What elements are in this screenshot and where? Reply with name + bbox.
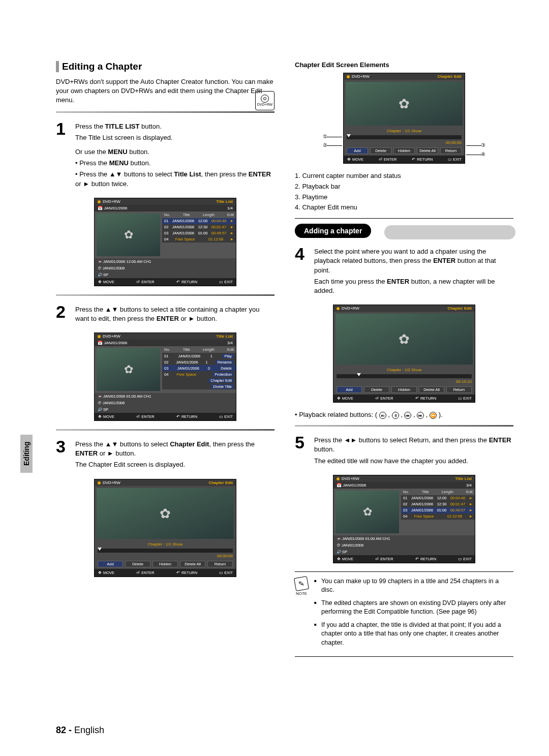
pause-icon: ⏸ — [392, 412, 399, 419]
divider — [56, 111, 274, 113]
disc-icon-label: DVD+RW — [257, 103, 272, 106]
left-column: Editing a Chapter DVD+RWs don't support … — [56, 61, 274, 662]
page-footer: 82 - English — [56, 725, 104, 736]
fast-forward-icon: ⏩ — [430, 412, 437, 419]
note-icon: ✎ — [294, 576, 309, 591]
step-2: 2 Press the ▲▼ buttons to select a title… — [56, 303, 274, 325]
chapter-edit-callout-figure: ① ② ③ ④ DVD+RWChapter Edit Chapter : 1/1… — [323, 73, 485, 164]
playback-buttons-text: • Playback related buttons: ( ⏯ , ⏸ , ⏮ … — [295, 411, 513, 419]
note-item: If you add a chapter, the title is divid… — [314, 621, 513, 648]
step-3: 3 Press the ▲▼ buttons to select Chapter… — [56, 438, 274, 472]
step-number: 2 — [56, 303, 70, 325]
step-number: 4 — [295, 245, 309, 297]
note-item: You can make up to 99 chapters in a titl… — [314, 577, 513, 595]
step-number: 3 — [56, 438, 70, 472]
screenshot-chapter-edit-2: DVD+RWChapter Edit Chapter : 1/2 Show 00… — [333, 305, 475, 403]
right-column: Chapter Edit Screen Elements ① ② ③ ④ DVD… — [295, 61, 513, 662]
divider — [56, 294, 274, 296]
step-number: 5 — [295, 434, 309, 468]
screenshot-title-list-1: DVD+RWTitle List 📅 JAN/01/20061/4 No.Tit… — [94, 198, 236, 286]
adding-chapter-heading: Adding a chapter — [295, 224, 513, 238]
note-section: ✎ NOTE You can make up to 99 chapters in… — [295, 577, 513, 652]
screenshot-chapter-edit-1: DVD+RWChapter Edit Chapter : 1/1 Show 00… — [94, 479, 236, 577]
chapter-edit-elements-heading: Chapter Edit Screen Elements — [295, 61, 513, 69]
step-5: 5 Press the ◄► buttons to select Return,… — [295, 434, 513, 468]
step-4: 4 Select the point where you want to add… — [295, 245, 513, 297]
elements-list: 1. Current capter number and status 2. P… — [295, 171, 513, 213]
divider — [295, 218, 513, 219]
side-tab-editing: Editing — [20, 435, 33, 473]
divider — [56, 429, 274, 431]
note-label: NOTE — [295, 591, 308, 596]
section-title: Editing a Chapter — [56, 61, 274, 72]
screenshot-title-list-3: DVD+RWTitle List 📅 JAN/01/20063/4 No.Tit… — [333, 475, 475, 563]
step-number: 1 — [56, 120, 70, 191]
skip-forward-icon: ⏭ — [417, 412, 424, 419]
screenshot-title-list-2: DVD+RWTitle List 📅 JAN/01/20063/4 No.Tit… — [94, 332, 236, 421]
divider — [295, 425, 513, 427]
divider — [295, 656, 513, 657]
divider — [295, 571, 513, 572]
intro-text: DVD+RWs don't support the Auto Chapter C… — [56, 77, 274, 105]
note-item: The edited chapters are shown on existin… — [314, 599, 513, 617]
play-pause-icon: ⏯ — [379, 412, 386, 419]
skip-back-icon: ⏮ — [404, 412, 411, 419]
step-1: 1 Press the TITLE LIST button. The Title… — [56, 120, 274, 191]
